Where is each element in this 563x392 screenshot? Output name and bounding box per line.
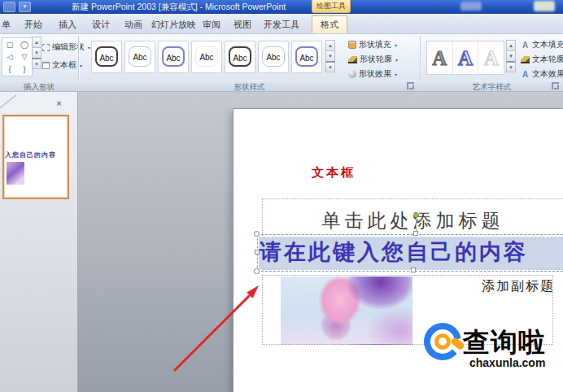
tab-design[interactable]: 设计	[92, 19, 110, 31]
powerpoint-window: ▾ 新建 PowerPoint 2003 [兼容模式] - Microsoft …	[0, 0, 563, 392]
tab-view[interactable]: 视图	[233, 19, 251, 31]
shape-style-thumb[interactable]: Abc	[191, 41, 222, 73]
shape-fill-icon	[348, 41, 356, 49]
slide-thumbnail[interactable]: 入您自己的内容	[2, 115, 69, 199]
arrow-shape-icon[interactable]: ◁	[7, 53, 13, 61]
wordart-style-thumb[interactable]: A	[427, 41, 452, 74]
shape-styles-group-label: 形状样式	[79, 81, 420, 91]
wordart-preview: A	[484, 48, 499, 68]
tab-developer[interactable]: 开发工具	[264, 19, 299, 31]
shape-styles-dialog-launcher[interactable]	[407, 82, 414, 89]
title-placeholder-text: 单击此处添加标题	[263, 208, 563, 233]
resize-handle-top-mid[interactable]	[413, 231, 418, 236]
shape-fill-button[interactable]: 形状填充 ▾	[348, 38, 397, 51]
tab-menu-partial[interactable]: 单	[2, 19, 11, 31]
text-box-icon	[42, 62, 50, 69]
chevron-down-icon: ▾	[395, 72, 397, 77]
shape-style-thumb[interactable]: Abc	[124, 41, 155, 73]
text-box-button[interactable]: 文本框 ▾	[42, 59, 82, 72]
scroll-down-icon[interactable]: ▾	[506, 50, 516, 62]
wordart-group-label: 艺术字样式	[421, 81, 563, 91]
shape-style-thumb[interactable]: Abc	[158, 41, 189, 73]
shape-style-preview: Abc	[162, 46, 185, 67]
window-title: 新建 PowerPoint 2003 [兼容模式] - Microsoft Po…	[72, 2, 286, 13]
wordart-preview: A	[458, 48, 473, 68]
chevron-down-icon: ▾	[80, 63, 82, 68]
gallery-more-icon[interactable]: ▾	[32, 58, 41, 69]
watermark-domain: chaxunla.com	[469, 356, 545, 369]
text-effects-icon: A	[521, 70, 530, 79]
quick-access-dropdown-icon[interactable]: ▾	[19, 2, 31, 12]
shape-style-preview: Abc	[195, 46, 218, 67]
tab-format[interactable]: 格式	[312, 15, 347, 33]
shape-style-thumb[interactable]: Abc	[225, 41, 255, 73]
text-box-label: 文本框	[52, 59, 76, 71]
tab-animations[interactable]: 动画	[124, 19, 142, 31]
scroll-down-icon[interactable]: ▾	[325, 50, 335, 62]
insert-shapes-group-label: 插入形状	[0, 81, 78, 91]
wordart-style-thumb[interactable]: A	[478, 41, 504, 74]
resize-handle-bottom-left[interactable]	[254, 268, 260, 274]
shape-effects-button[interactable]: 形状效果 ▾	[348, 68, 397, 81]
wordart-gallery: A A A	[426, 41, 504, 75]
shape-styles-scrollbar: ▴ ▾ ▾	[325, 41, 335, 72]
group-divider	[78, 36, 79, 80]
chevron-down-icon: ▾	[395, 57, 398, 63]
rounded-rectangle-shape-icon[interactable]: ▢	[7, 41, 14, 49]
left-brace-shape-icon[interactable]: {	[8, 65, 11, 73]
wordart-scrollbar: ▴ ▾ ▾	[506, 41, 516, 72]
gallery-more-icon[interactable]: ▾	[325, 61, 335, 72]
shape-style-thumb[interactable]: Abc	[258, 41, 289, 73]
panel-tab-corner	[0, 94, 16, 109]
resize-handle-mid-left[interactable]	[255, 250, 260, 255]
shape-outline-icon	[348, 56, 357, 63]
gallery-more-icon[interactable]: ▾	[506, 61, 516, 72]
text-fill-button[interactable]: A 文本填充 ▾	[521, 38, 563, 51]
thumbnail-image	[7, 162, 24, 185]
wordart-style-thumb[interactable]: A	[452, 41, 478, 74]
scroll-up-icon[interactable]: ▴	[32, 37, 41, 48]
shape-style-thumb[interactable]: Abc	[91, 41, 122, 73]
slide-picture[interactable]	[281, 277, 412, 345]
title-bar: ▾ 新建 PowerPoint 2003 [兼容模式] - Microsoft …	[0, 0, 563, 14]
wordart-dialog-launcher[interactable]	[552, 82, 559, 89]
text-outline-button[interactable]: 文本轮廓 ▾	[521, 53, 563, 66]
text-effects-button[interactable]: A 文本效果 ▾	[521, 68, 563, 81]
oval-shape-icon[interactable]: ◯	[20, 41, 28, 49]
right-brace-shape-icon[interactable]: }	[23, 65, 25, 73]
text-fill-icon: A	[521, 41, 530, 50]
close-icon[interactable]: ×	[52, 97, 66, 110]
quick-access-toolbar: ▾	[3, 2, 31, 12]
down-arrow-shape-icon[interactable]: ▽	[22, 53, 28, 61]
group-divider	[420, 36, 421, 80]
titlebar-artifact	[534, 1, 555, 11]
textbox-annotation: 文本框	[312, 165, 356, 181]
shape-style-preview: Abc	[129, 46, 151, 67]
ribbon-tab-bar: 单 开始 插入 设计 动画 幻灯片放映 审阅 视图 开发工具 格式	[0, 14, 563, 34]
shape-fill-label: 形状填充	[359, 39, 391, 50]
shape-style-preview: Abc	[229, 46, 251, 67]
tab-home[interactable]: 开始	[24, 19, 42, 31]
shape-style-thumb[interactable]: Abc	[291, 41, 322, 73]
rotation-handle[interactable]	[413, 212, 419, 218]
titlebar-artifact	[460, 2, 482, 11]
resize-handle-top-left[interactable]	[254, 231, 260, 237]
shape-style-preview: Abc	[95, 46, 118, 67]
text-effects-label: 文本效果	[532, 68, 563, 80]
undo-icon[interactable]	[3, 2, 15, 12]
subtitle-placeholder-text: 添加副标题	[482, 278, 555, 295]
tab-review[interactable]: 审阅	[203, 19, 220, 31]
content-text[interactable]: 请在此键入您自己的内容	[260, 234, 563, 272]
resize-handle-bottom-mid[interactable]	[411, 268, 416, 272]
scroll-up-icon[interactable]: ▴	[506, 40, 516, 51]
shape-gallery-scrollbar: ▴ ▾ ▾	[32, 37, 41, 69]
tab-slideshow[interactable]: 幻灯片放映	[151, 19, 196, 31]
edit-shape-button[interactable]: 编辑形状 ▾	[42, 41, 90, 54]
tab-insert[interactable]: 插入	[59, 19, 76, 31]
scroll-up-icon[interactable]: ▴	[325, 40, 335, 51]
shape-style-preview: Abc	[262, 46, 285, 67]
scroll-down-icon[interactable]: ▾	[32, 47, 41, 59]
shape-effects-label: 形状效果	[359, 68, 391, 80]
shape-outline-button[interactable]: 形状轮廓 ▾	[348, 53, 398, 66]
slides-panel: × 入您自己的内容	[0, 92, 78, 392]
